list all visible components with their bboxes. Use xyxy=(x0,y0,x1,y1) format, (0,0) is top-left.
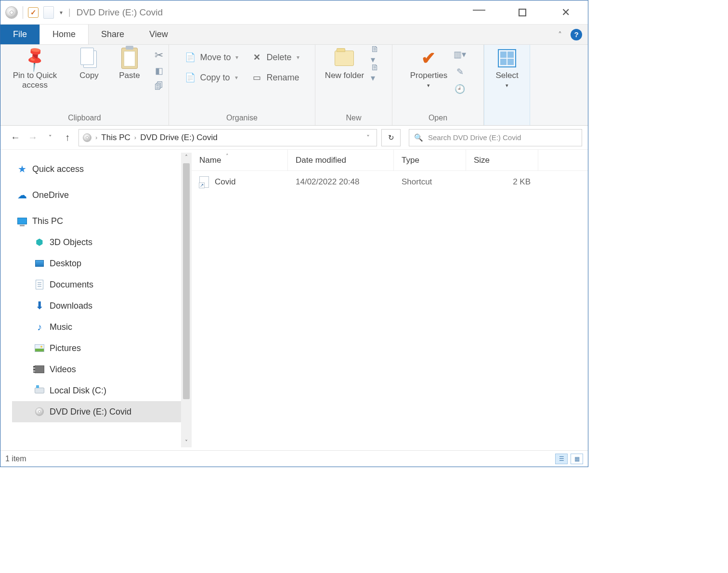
drive-icon xyxy=(34,385,45,396)
status-bar: 1 item ☰ ▦ xyxy=(0,450,588,467)
column-type[interactable]: Type xyxy=(394,150,466,170)
large-icons-view-button[interactable]: ▦ xyxy=(571,454,583,464)
checkmark-icon: ✔ xyxy=(421,48,436,68)
sidebar-item-this-pc[interactable]: This PC xyxy=(12,210,188,232)
group-new: New folder 🗎▾ 🗎▾ New xyxy=(315,45,392,125)
new-folder-button[interactable]: New folder xyxy=(325,48,364,80)
up-button[interactable]: ↑ xyxy=(61,131,74,144)
group-label-open: Open xyxy=(429,114,447,124)
sidebar-item-pictures[interactable]: Pictures xyxy=(12,338,188,359)
recent-locations-button[interactable]: ˅ xyxy=(44,131,56,144)
paste-shortcut-icon[interactable]: 🗐 xyxy=(153,80,165,92)
details-view-button[interactable]: ☰ xyxy=(555,454,568,464)
separator xyxy=(23,6,23,19)
cell-name: Covid xyxy=(192,176,288,188)
delete-button[interactable]: ✕ Delete▾ xyxy=(251,52,299,63)
new-item-icon[interactable]: 🗎▾ xyxy=(371,49,382,60)
clipboard-icon xyxy=(121,48,138,69)
refresh-button[interactable]: ↻ xyxy=(381,129,401,146)
scroll-down-icon[interactable]: ˅ xyxy=(181,438,192,447)
ribbon-tabs: File Home Share View ˄ ? xyxy=(0,25,588,45)
cell-size: 2 KB xyxy=(466,177,538,187)
qat-dropdown-icon[interactable]: ▾ xyxy=(59,9,64,16)
explorer-window: ✓ ▾ | DVD Drive (E:) Covid — ✕ File Home… xyxy=(0,0,588,467)
minimize-button[interactable]: — xyxy=(469,5,489,20)
tab-file[interactable]: File xyxy=(0,25,39,44)
easy-access-icon[interactable]: 🗎▾ xyxy=(371,67,382,78)
folder-icon xyxy=(335,51,354,66)
sidebar-item-downloads[interactable]: ⬇ Downloads xyxy=(12,295,188,316)
tab-view[interactable]: View xyxy=(137,25,181,44)
monitor-icon xyxy=(17,216,27,226)
clipboard-mini: ✂ ◧ 🗐 xyxy=(153,48,165,92)
search-input[interactable]: 🔍 Search DVD Drive (E:) Covid xyxy=(409,129,582,146)
chevron-down-icon: ▾ xyxy=(427,82,430,89)
group-clipboard: 📌 Pin to Quick access Copy Paste ✂ ◧ 🗐 C xyxy=(0,45,169,125)
sidebar-item-documents[interactable]: Documents xyxy=(12,274,188,295)
item-count: 1 item xyxy=(5,455,26,463)
select-icon xyxy=(498,49,516,67)
select-button[interactable]: Select ▾ xyxy=(490,48,524,89)
sidebar-item-desktop[interactable]: Desktop xyxy=(12,253,188,274)
file-list: Name ˄ Date modified Type Size Covid 14/… xyxy=(192,150,588,450)
close-button[interactable]: ✕ xyxy=(556,5,575,20)
pin-to-quick-access-button[interactable]: 📌 Pin to Quick access xyxy=(4,48,65,90)
sidebar-item-local-disk[interactable]: Local Disk (C:) xyxy=(12,380,188,401)
sidebar-scrollbar[interactable]: ˄ ˅ xyxy=(181,153,192,447)
tab-home[interactable]: Home xyxy=(39,25,89,44)
qat-newfolder-icon[interactable] xyxy=(43,6,54,19)
sidebar-item-3d-objects[interactable]: ⬢ 3D Objects xyxy=(12,232,188,253)
edit-icon[interactable]: ✎ xyxy=(454,66,466,78)
column-headers: Name ˄ Date modified Type Size xyxy=(192,150,588,171)
history-icon[interactable]: 🕘 xyxy=(454,83,466,95)
breadcrumb-current[interactable]: DVD Drive (E:) Covid xyxy=(140,133,218,143)
column-date[interactable]: Date modified xyxy=(288,150,394,170)
breadcrumb-this-pc[interactable]: This PC xyxy=(101,133,130,143)
tab-share[interactable]: Share xyxy=(89,25,137,44)
move-to-icon: 📄 xyxy=(184,52,196,63)
properties-button[interactable]: ✔ Properties ▾ xyxy=(410,48,447,89)
address-bar: ← → ˅ ↑ › This PC › DVD Drive (E:) Covid… xyxy=(0,126,588,150)
group-label-select xyxy=(506,114,508,124)
collapse-ribbon-icon[interactable]: ˄ xyxy=(558,30,562,39)
open-icon[interactable]: ▥▾ xyxy=(454,49,466,60)
breadcrumb[interactable]: › This PC › DVD Drive (E:) Covid ˅ xyxy=(78,129,377,146)
sidebar-item-videos[interactable]: Videos xyxy=(12,359,188,380)
rename-icon: ▭ xyxy=(251,72,262,83)
sidebar-item-onedrive[interactable]: ☁ OneDrive xyxy=(12,184,188,206)
breadcrumb-dropdown-icon[interactable]: ˅ xyxy=(366,134,373,142)
column-name[interactable]: Name ˄ xyxy=(192,150,288,170)
copy-to-icon: 📄 xyxy=(184,72,196,83)
scroll-thumb[interactable] xyxy=(183,163,190,399)
document-icon xyxy=(34,279,45,290)
chevron-down-icon: ▾ xyxy=(506,82,508,89)
paste-button[interactable]: Paste xyxy=(113,48,146,80)
sidebar-item-music[interactable]: ♪ Music xyxy=(12,316,188,338)
maximize-button[interactable] xyxy=(513,5,532,20)
quick-access-toolbar: ✓ ▾ xyxy=(5,6,64,19)
cell-date: 14/02/2022 20:48 xyxy=(288,177,394,187)
column-size[interactable]: Size xyxy=(466,150,538,170)
move-to-button[interactable]: 📄 Move to▾ xyxy=(184,52,238,63)
copy-to-button[interactable]: 📄 Copy to▾ xyxy=(184,72,238,83)
sidebar-item-quick-access[interactable]: ★ Quick access xyxy=(12,158,188,180)
sidebar-item-dvd-drive[interactable]: DVD Drive (E:) Covid xyxy=(12,401,188,422)
download-icon: ⬇ xyxy=(34,300,45,311)
cut-icon[interactable]: ✂ xyxy=(153,50,165,61)
back-button[interactable]: ← xyxy=(9,131,22,144)
help-icon[interactable]: ? xyxy=(571,29,582,40)
disc-icon xyxy=(83,133,91,142)
copy-path-icon[interactable]: ◧ xyxy=(153,65,165,77)
star-icon: ★ xyxy=(17,164,27,174)
disc-icon xyxy=(5,6,18,19)
window-title: DVD Drive (E:) Covid xyxy=(77,7,163,18)
table-row[interactable]: Covid 14/02/2022 20:48 Shortcut 2 KB xyxy=(192,171,588,193)
titlebar: ✓ ▾ | DVD Drive (E:) Covid — ✕ xyxy=(0,0,588,25)
scroll-up-icon[interactable]: ˄ xyxy=(181,153,192,162)
group-organise: 📄 Move to▾ 📄 Copy to▾ ✕ Delete▾ ▭ xyxy=(169,45,315,125)
qat-properties-icon[interactable]: ✓ xyxy=(28,7,39,18)
rename-button[interactable]: ▭ Rename xyxy=(251,72,299,83)
copy-button[interactable]: Copy xyxy=(72,48,106,80)
pictures-icon xyxy=(34,343,45,353)
forward-button[interactable]: → xyxy=(26,131,39,144)
